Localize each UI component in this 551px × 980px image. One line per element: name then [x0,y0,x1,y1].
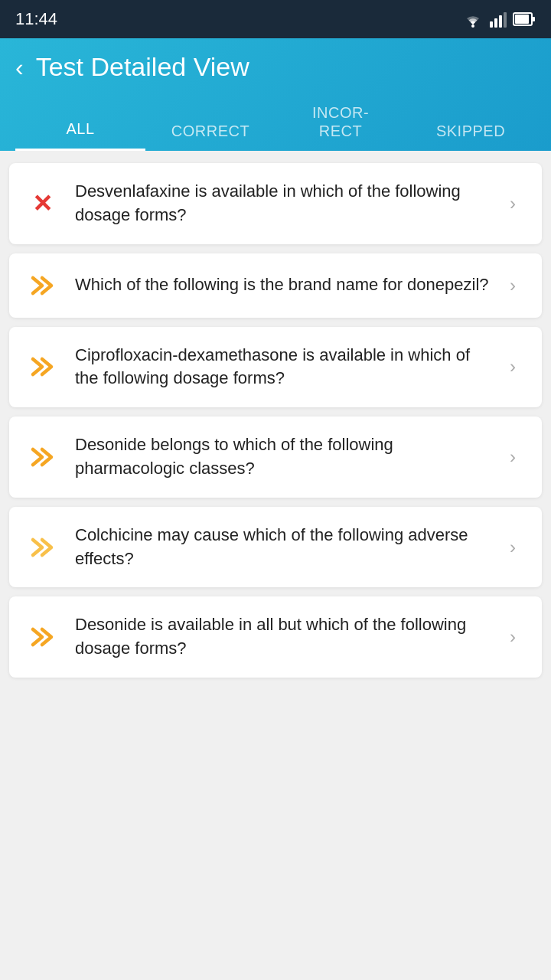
header: ‹ Test Detailed View ALL CORRECT INCOR-R… [0,38,551,151]
wrong-icon: ✕ [23,189,61,218]
question-item-2[interactable]: Which of the following is the brand name… [9,253,542,318]
status-icons [462,11,536,28]
status-bar: 11:44 [0,0,551,38]
skip-icon-6 [23,622,61,652]
wifi-icon [462,11,484,28]
back-button[interactable]: ‹ [15,55,24,80]
svg-rect-2 [494,18,497,28]
tab-all[interactable]: ALL [15,109,145,151]
skip-icon-2 [23,270,61,301]
svg-rect-3 [499,15,502,28]
chevron-right-icon-1: › [510,193,528,214]
signal-icon [490,11,507,28]
question-text-6: Desonide is available in all but which o… [75,613,496,661]
skip-icon-4 [23,442,61,472]
svg-rect-4 [504,12,507,28]
question-text-5: Colchicine may cause which of the follow… [75,524,496,571]
skip-icon-5 [23,532,61,563]
tab-skipped[interactable]: SKIPPED [406,111,536,151]
time-display: 11:44 [15,9,57,29]
question-text-3: Ciprofloxacin-dexamethasone is available… [75,344,496,391]
svg-rect-6 [515,15,529,24]
page-title: Test Detailed View [36,52,249,82]
skip-icon-3 [23,351,61,382]
question-text-2: Which of the following is the brand name… [75,273,496,297]
question-item-6[interactable]: Desonide is available in all but which o… [9,596,542,678]
chevron-right-icon-6: › [510,626,528,648]
svg-rect-7 [532,17,535,21]
question-list: ✕ Desvenlafaxine is available in which o… [0,151,551,690]
battery-icon [513,11,536,28]
question-item-4[interactable]: Desonide belongs to which of the followi… [9,416,542,498]
chevron-right-icon-5: › [510,537,528,558]
question-text-4: Desonide belongs to which of the followi… [75,433,496,481]
tab-incorrect[interactable]: INCOR-RECT [276,93,406,151]
chevron-right-icon-2: › [510,275,528,296]
question-item-1[interactable]: ✕ Desvenlafaxine is available in which o… [9,163,542,244]
chevron-right-icon-3: › [510,356,528,377]
tabs-container: ALL CORRECT INCOR-RECT SKIPPED [15,93,536,151]
question-item-5[interactable]: Colchicine may cause which of the follow… [9,507,542,588]
chevron-right-icon-4: › [510,446,528,468]
tab-correct[interactable]: CORRECT [145,111,276,151]
svg-point-0 [471,24,474,28]
svg-rect-1 [490,21,493,28]
question-text-1: Desvenlafaxine is available in which of … [75,180,496,227]
question-item-3[interactable]: Ciprofloxacin-dexamethasone is available… [9,327,542,408]
